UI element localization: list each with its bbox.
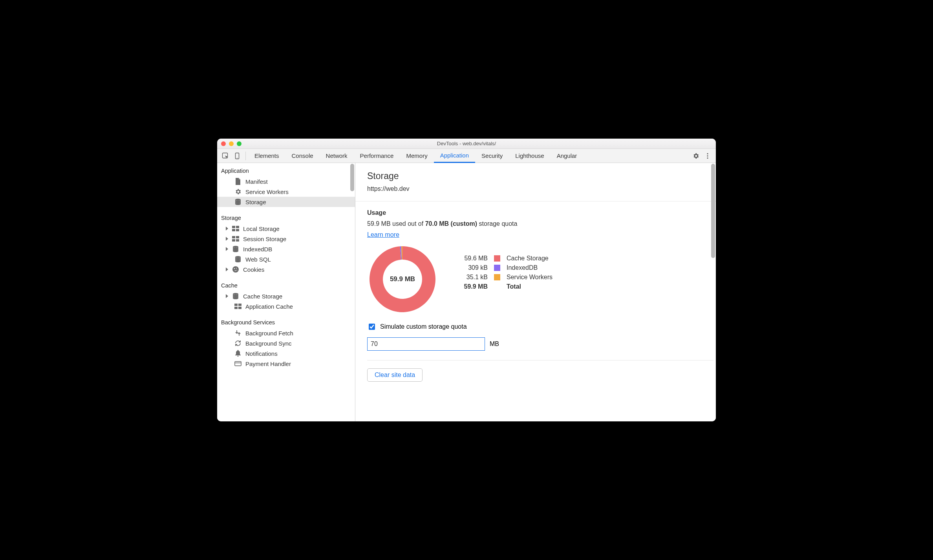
legend-total-row: 59.9 MBTotal	[459, 283, 556, 290]
sidebar-item-indexeddb[interactable]: IndexedDB	[217, 244, 355, 254]
quota-unit-label: MB	[490, 340, 499, 348]
learn-more-link[interactable]: Learn more	[367, 231, 399, 238]
sidebar-item-application-cache[interactable]: Application Cache	[217, 301, 355, 311]
sidebar-item-label: Session Storage	[243, 236, 286, 242]
sidebar-item-label: Application Cache	[245, 303, 293, 310]
sidebar-item-manifest[interactable]: Manifest	[217, 176, 355, 187]
sidebar-item-cookies[interactable]: Cookies	[217, 264, 355, 275]
sidebar-item-background-fetch[interactable]: Background Fetch	[217, 328, 355, 338]
origin-url: https://web.dev	[367, 185, 713, 192]
tab-angular[interactable]: Angular	[551, 149, 584, 163]
legend-name: Cache Storage	[503, 255, 556, 262]
legend-swatch	[491, 264, 503, 271]
devtools-toolbar: ElementsConsoleNetworkPerformanceMemoryA…	[217, 149, 716, 163]
usage-legend: 59.6 MBCache Storage309 kBIndexedDB35.1 …	[459, 253, 556, 293]
simulate-quota-checkbox[interactable]	[369, 324, 375, 330]
legend-row: 59.6 MBCache Storage	[459, 255, 556, 262]
legend-total-value: 59.9 MB	[459, 283, 491, 290]
sidebar-item-label: Manifest	[245, 178, 268, 185]
chevron-right-icon	[226, 247, 228, 251]
legend-swatch	[491, 274, 503, 281]
legend-swatch	[491, 255, 503, 262]
svg-point-20	[235, 270, 236, 271]
tab-performance[interactable]: Performance	[354, 149, 400, 163]
legend-name: IndexedDB	[503, 264, 556, 271]
tab-network[interactable]: Network	[320, 149, 354, 163]
usage-summary: 59.9 MB used out of 70.0 MB (custom) sto…	[367, 220, 713, 227]
close-icon[interactable]	[221, 141, 226, 146]
sidebar-group-title: Storage	[217, 212, 355, 223]
application-sidebar[interactable]: ApplicationManifestService WorkersStorag…	[217, 163, 355, 421]
svg-rect-7	[232, 226, 235, 228]
svg-rect-23	[234, 304, 238, 306]
svg-point-5	[707, 157, 708, 158]
footer: Clear site data	[367, 360, 713, 390]
sidebar-item-label: Background Fetch	[245, 330, 293, 337]
database-icon	[234, 198, 241, 205]
sidebar-item-storage[interactable]: Storage	[217, 197, 355, 207]
tab-console[interactable]: Console	[285, 149, 320, 163]
donut-center-label: 59.9 MB	[367, 244, 438, 315]
sidebar-item-label: Local Storage	[243, 225, 280, 232]
inspect-icon[interactable]	[220, 150, 231, 161]
legend-value: 35.1 kB	[459, 274, 491, 281]
gear-icon	[234, 188, 241, 195]
sync-icon	[234, 340, 241, 347]
minimize-icon[interactable]	[229, 141, 234, 146]
sidebar-item-notifications[interactable]: Notifications	[217, 348, 355, 359]
device-toggle-icon[interactable]	[231, 150, 243, 161]
sidebar-group-title: Application	[217, 165, 355, 176]
svg-point-15	[233, 246, 238, 248]
scrollbar-thumb[interactable]	[350, 164, 354, 191]
usage-donut-chart: 59.9 MB	[367, 244, 438, 315]
traffic-lights	[221, 141, 241, 146]
sidebar-item-label: Cookies	[243, 266, 264, 273]
cookie-icon	[232, 266, 239, 273]
tab-security[interactable]: Security	[475, 149, 509, 163]
usage-section: Usage 59.9 MB used out of 70.0 MB (custo…	[367, 201, 713, 360]
sidebar-item-label: Notifications	[245, 350, 278, 357]
svg-point-17	[232, 266, 239, 273]
svg-rect-14	[236, 239, 239, 242]
svg-rect-25	[234, 307, 238, 309]
sidebar-item-session-storage[interactable]: Session Storage	[217, 234, 355, 244]
svg-rect-12	[236, 236, 239, 238]
titlebar: DevTools - web.dev/vitals/	[217, 139, 716, 149]
svg-point-22	[233, 293, 238, 295]
clear-site-data-button[interactable]: Clear site data	[367, 368, 423, 382]
grid-icon	[232, 225, 239, 232]
scrollbar-thumb[interactable]	[711, 164, 715, 258]
svg-rect-24	[238, 304, 241, 306]
quota-input[interactable]	[367, 337, 485, 351]
legend-value: 59.6 MB	[459, 255, 491, 262]
tab-elements[interactable]: Elements	[248, 149, 285, 163]
database-icon	[232, 245, 239, 253]
devtools-window: DevTools - web.dev/vitals/ ElementsConso…	[217, 139, 716, 421]
gear-icon[interactable]	[690, 150, 702, 161]
simulate-quota-row: Simulate custom storage quota	[367, 322, 713, 331]
sidebar-item-web-sql[interactable]: Web SQL	[217, 254, 355, 264]
svg-point-3	[707, 153, 708, 154]
svg-point-18	[234, 268, 235, 269]
sidebar-item-local-storage[interactable]: Local Storage	[217, 223, 355, 234]
sidebar-item-service-workers[interactable]: Service Workers	[217, 187, 355, 197]
tab-application[interactable]: Application	[434, 149, 475, 163]
svg-rect-8	[236, 226, 239, 228]
tab-memory[interactable]: Memory	[400, 149, 434, 163]
sidebar-item-label: IndexedDB	[243, 246, 272, 253]
sidebar-item-background-sync[interactable]: Background Sync	[217, 338, 355, 348]
panel-title: Storage	[367, 171, 713, 181]
svg-point-21	[236, 270, 237, 271]
sidebar-group-title: Background Services	[217, 317, 355, 328]
svg-point-6	[235, 199, 241, 201]
database-icon	[234, 256, 241, 263]
maximize-icon[interactable]	[237, 141, 241, 146]
legend-row: 35.1 kBService Workers	[459, 274, 556, 281]
sidebar-item-payment-handler[interactable]: Payment Handler	[217, 359, 355, 369]
chevron-right-icon	[226, 267, 228, 271]
sidebar-item-cache-storage[interactable]: Cache Storage	[217, 291, 355, 301]
svg-point-2	[237, 157, 238, 158]
more-icon[interactable]	[702, 150, 713, 161]
chevron-right-icon	[226, 237, 228, 241]
tab-lighthouse[interactable]: Lighthouse	[509, 149, 550, 163]
